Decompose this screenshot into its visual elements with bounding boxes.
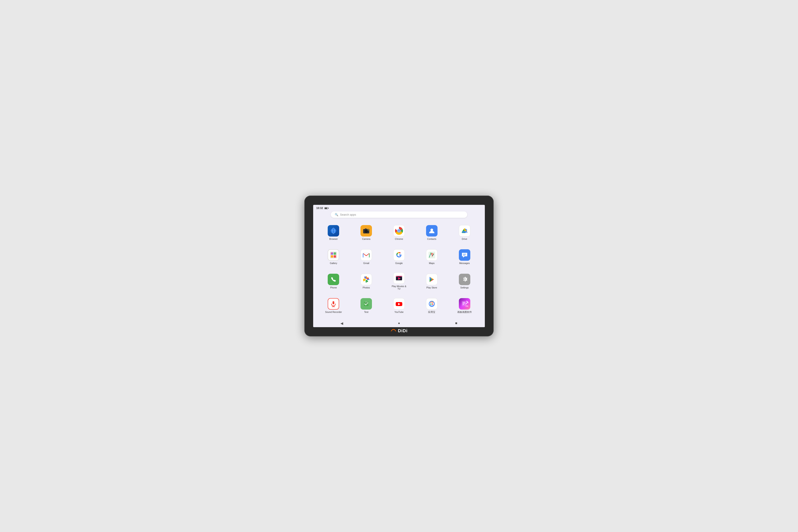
app-item-google[interactable]: Google bbox=[383, 245, 415, 269]
app-item-contacts[interactable]: Contacts bbox=[416, 221, 448, 244]
app-item-youtube[interactable]: YouTube bbox=[383, 294, 415, 318]
search-bar[interactable]: 🔍 Search apps bbox=[331, 211, 467, 218]
app-label-google: Google bbox=[395, 262, 403, 265]
app-item-photos[interactable]: Photos bbox=[350, 270, 382, 293]
tablet-screen: 10:32 🔍 Search apps Browser Camera bbox=[313, 205, 485, 327]
app-item-camera[interactable]: Camera bbox=[350, 221, 382, 244]
app-item-playmovies[interactable]: Play Movies & TV bbox=[383, 270, 415, 293]
app-item-chrome[interactable]: Chrome bbox=[383, 221, 415, 244]
svg-text:PRO: PRO bbox=[466, 305, 468, 307]
app-label-drive: Drive bbox=[462, 238, 467, 241]
app-label-soundrecorder: Sound Recorder bbox=[325, 311, 342, 314]
app-item-test[interactable]: Test bbox=[350, 294, 382, 318]
app-label-playstore: Play Store bbox=[426, 286, 437, 289]
app-item-settings[interactable]: Settings bbox=[449, 270, 480, 293]
svg-point-15 bbox=[431, 229, 433, 231]
app-item-playstore[interactable]: Play Store bbox=[416, 270, 448, 293]
app-label-playmovies: Play Movies & TV bbox=[390, 285, 408, 290]
app-label-chrome: Chrome bbox=[395, 238, 403, 241]
app-label-maps: Maps bbox=[429, 262, 435, 265]
recents-button[interactable]: ■ bbox=[453, 320, 459, 326]
app-label-camera: Camera bbox=[362, 238, 370, 241]
svg-point-48 bbox=[430, 303, 432, 305]
app-label-photos: Photos bbox=[363, 286, 370, 289]
app-item-phone[interactable]: Phone bbox=[318, 270, 349, 293]
app-item-paintpro[interactable]: PRO 画板画图软件 bbox=[449, 294, 480, 318]
didi-brand: DiDi bbox=[391, 328, 407, 333]
app-label-gallery: Gallery bbox=[330, 262, 337, 265]
search-icon: 🔍 bbox=[335, 213, 338, 216]
search-placeholder: Search apps bbox=[340, 213, 356, 216]
nav-bar: ◀ ● ■ bbox=[313, 319, 485, 327]
status-bar: 10:32 bbox=[313, 205, 485, 211]
app-label-contacts: Contacts bbox=[427, 238, 436, 241]
app-item-gmail[interactable]: Gmail bbox=[350, 245, 382, 269]
status-time: 10:32 bbox=[316, 207, 323, 210]
didi-label: DiDi bbox=[398, 328, 407, 333]
svg-point-14 bbox=[398, 230, 400, 232]
app-item-soundrecorder[interactable]: Sound Recorder bbox=[318, 294, 349, 318]
svg-rect-19 bbox=[334, 252, 336, 255]
svg-rect-38 bbox=[332, 301, 334, 304]
app-item-gallery[interactable]: Gallery bbox=[318, 245, 349, 269]
svg-rect-20 bbox=[331, 255, 333, 258]
back-button[interactable]: ◀ bbox=[339, 320, 345, 326]
app-item-drive[interactable]: Drive bbox=[449, 221, 480, 244]
app-item-browser[interactable]: Browser bbox=[318, 221, 349, 244]
svg-rect-18 bbox=[331, 252, 333, 255]
app-label-paintpro: 画板画图软件 bbox=[457, 311, 472, 314]
tablet-device: 10:32 🔍 Search apps Browser Camera bbox=[304, 195, 494, 337]
svg-point-10 bbox=[368, 229, 368, 230]
app-item-messages[interactable]: Messages bbox=[449, 245, 480, 269]
app-label-gmail: Gmail bbox=[363, 262, 369, 265]
didi-logo-icon bbox=[391, 329, 397, 333]
svg-point-49 bbox=[432, 303, 433, 305]
svg-rect-21 bbox=[334, 255, 336, 258]
svg-point-8 bbox=[365, 230, 367, 232]
app-label-messages: Messages bbox=[459, 262, 470, 265]
app-item-maps[interactable]: Maps bbox=[416, 245, 448, 269]
app-label-settings: Settings bbox=[460, 286, 469, 289]
home-button[interactable]: ● bbox=[396, 320, 402, 326]
search-bar-container: 🔍 Search apps bbox=[313, 211, 485, 220]
app-item-yingyongbao[interactable]: 应用宝 bbox=[416, 294, 448, 318]
svg-rect-9 bbox=[365, 228, 367, 229]
app-label-yingyongbao: 应用宝 bbox=[428, 311, 435, 314]
app-label-phone: Phone bbox=[330, 286, 337, 289]
svg-point-27 bbox=[432, 254, 433, 255]
app-label-browser: Browser bbox=[329, 238, 338, 241]
svg-point-37 bbox=[464, 279, 465, 280]
svg-point-44 bbox=[365, 302, 367, 304]
svg-rect-35 bbox=[401, 276, 402, 277]
svg-point-30 bbox=[365, 279, 367, 280]
app-label-youtube: YouTube bbox=[394, 311, 403, 314]
app-grid: Browser Camera Chrome Contacts bbox=[313, 220, 485, 319]
svg-rect-34 bbox=[396, 276, 397, 277]
app-label-test: Test bbox=[364, 311, 368, 314]
battery-icon bbox=[324, 207, 328, 209]
status-icons bbox=[324, 207, 328, 209]
